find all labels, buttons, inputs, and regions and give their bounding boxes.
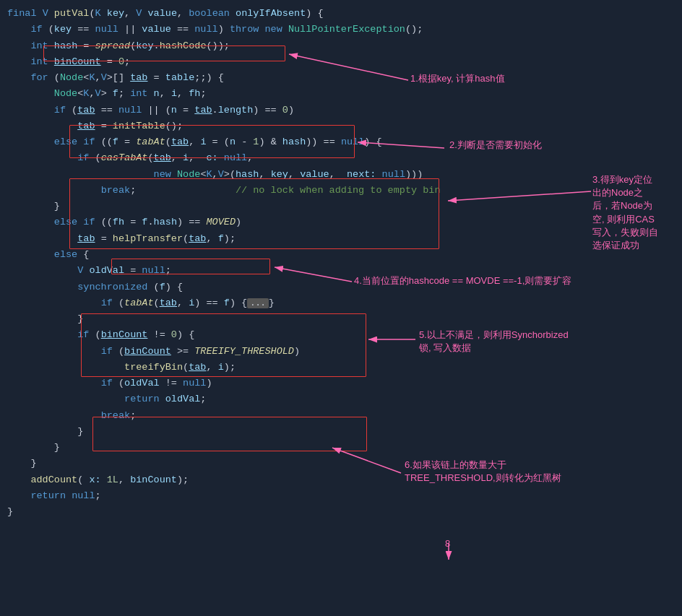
code-line-24: if (oldVal != null) (7, 376, 675, 391)
code-line-21: if (binCount != 0) { (7, 327, 675, 343)
code-line-11: new Node<K,V>(hash, key, value, next: nu… (7, 167, 675, 183)
code-line-13: } (7, 199, 675, 214)
code-line-3: int hash = spread(key.hashCode()); (7, 38, 675, 54)
code-line-28: } (7, 440, 675, 456)
code-line-25: return oldVal; (7, 391, 675, 407)
code-line-7: if (tab == null || (n = tab.length) == 0… (7, 103, 675, 118)
code-line-12: break; // no lock when adding to empty b… (7, 183, 675, 199)
annotation-8: 8 (445, 538, 450, 549)
code-line-22: if (binCount >= TREEIFY_THRESHOLD) (7, 344, 675, 360)
code-line-32: } (7, 504, 675, 520)
code-line-19: if (tabAt(tab, i) == f) {...} (7, 295, 675, 311)
code-line-5: for (Node<K,V>[] tab = table;;) { (7, 70, 675, 86)
code-line-14: else if ((fh = f.hash) == MOVED) (7, 214, 675, 230)
code-line-20: } (7, 311, 675, 327)
code-line-2: if (key == null || value == null) throw … (7, 22, 675, 38)
code-line-31: return null; (7, 488, 675, 504)
code-line-26: break; (7, 408, 675, 424)
code-line-9: else if ((f = tabAt(tab, i = (n - 1) & h… (7, 134, 675, 150)
code-line-23: treeifyBin(tab, i); (7, 360, 675, 376)
code-line-10: if (casTabAt(tab, i, c: null, (7, 150, 675, 166)
code-line-15: tab = helpTransfer(tab, f); (7, 231, 675, 247)
code-line-17: V oldVal = null; (7, 263, 675, 279)
code-line-18: synchronized (f) { (7, 279, 675, 295)
code-line-27: } (7, 424, 675, 440)
code-line-1: final V putVal(K key, V value, boolean o… (7, 6, 675, 22)
code-line-29: } (7, 456, 675, 472)
code-line-6: Node<K,V> f; int n, i, fh; (7, 86, 675, 102)
code-line-30: addCount( x: 1L, binCount); (7, 472, 675, 488)
code-line-4: int binCount = 0; (7, 54, 675, 70)
code-line-16: else { (7, 247, 675, 263)
code-line-8: tab = initTable(); (7, 118, 675, 134)
code-block: final V putVal(K key, V value, boolean o… (0, 0, 682, 526)
